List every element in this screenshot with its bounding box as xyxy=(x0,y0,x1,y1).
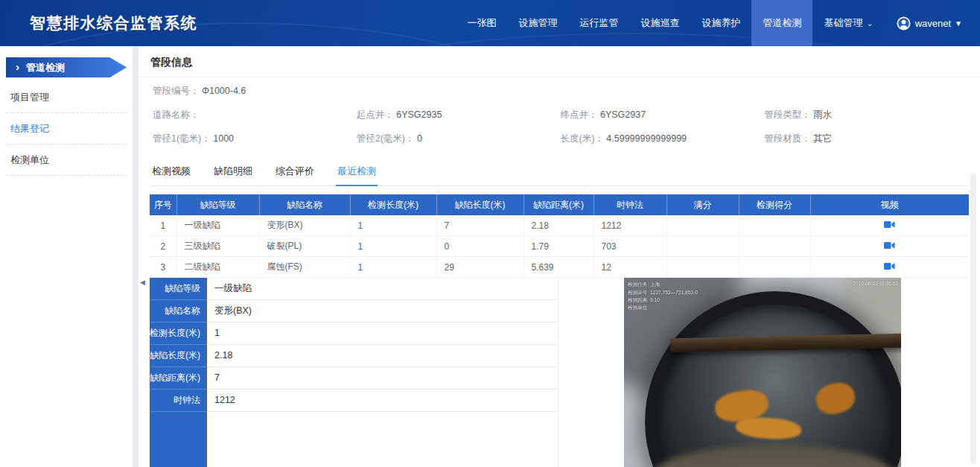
table-row[interactable]: 2 三级缺陷 破裂(PL) 1 0 1.79 703 xyxy=(150,236,969,257)
field-end-well: 终点井： 6YSG2937 xyxy=(561,109,765,121)
detail-label: 缺陷等级 xyxy=(150,278,207,300)
video-camera-icon[interactable] xyxy=(884,241,895,252)
detail-value: 变形(BX) xyxy=(207,300,558,323)
col-full-score: 满分 xyxy=(666,194,739,215)
main-content: 管段信息 管段编号： Φ1000-4.6 道路名称： 起点井： xyxy=(139,46,980,467)
inspection-photo: 检测任务 上海检测井号 1227,752—721,852-0检测距离 9.10检… xyxy=(624,278,901,467)
col-defect-distance: 缺陷距离(米) xyxy=(524,194,594,215)
defect-detail-panel: ◀ 缺陷等级 缺陷名称 检测长度(米) 缺陷长度(米) 缺陷距离(米) 时钟法 … xyxy=(150,278,980,467)
detail-label: 缺陷长度(米) xyxy=(150,345,207,367)
tab-comprehensive-eval[interactable]: 综合评价 xyxy=(274,159,316,185)
detail-value: 一级缺陷 xyxy=(207,278,558,300)
collapse-left-icon[interactable]: ◀ xyxy=(140,279,145,286)
chevron-down-icon: ⌄ xyxy=(866,19,873,28)
field-diameter2: 管径2(毫米)： 0 xyxy=(357,133,561,145)
col-defect-level: 缺陷等级 xyxy=(176,194,259,215)
col-inspect-length: 检测长度(米) xyxy=(350,194,436,215)
detail-value: 1 xyxy=(207,323,558,345)
detail-value: 1212 xyxy=(207,390,558,412)
sidebar-group-pipeline-inspection[interactable]: › 管道检测 xyxy=(6,57,127,77)
user-avatar-icon xyxy=(897,16,911,31)
nav-item-operation-supervision[interactable]: 运行监管 xyxy=(568,0,629,46)
col-clock-method: 时钟法 xyxy=(594,194,666,215)
tab-defect-detail[interactable]: 缺陷明细 xyxy=(212,159,254,185)
app-header: 智慧排水综合监管系统 一张图 设施管理 运行监管 设施巡查 设施养护 管道检测 … xyxy=(0,0,980,46)
field-start-well: 起点井： 6YSG2935 xyxy=(357,109,561,121)
field-diameter1: 管径1(毫米)： 1000 xyxy=(153,133,357,145)
detail-label: 检测长度(米) xyxy=(150,323,207,345)
detail-label: 时钟法 xyxy=(150,390,207,412)
app-title: 智慧排水综合监管系统 xyxy=(30,13,197,34)
nav-item-basic-mgmt-label: 基础管理 xyxy=(824,16,862,30)
table-row[interactable]: 1 一级缺陷 变形(BX) 1 7 2.18 1212 xyxy=(150,215,969,236)
sidebar-item-project-mgmt[interactable]: 项目管理 xyxy=(6,82,127,113)
table-row[interactable]: 3 二级缺陷 腐蚀(FS) 1 29 5.639 12 xyxy=(150,257,969,278)
field-segment-type: 管段类型： 雨水 xyxy=(764,109,968,121)
video-camera-icon[interactable] xyxy=(884,220,895,231)
nav-item-facility-maintenance[interactable]: 设施养护 xyxy=(690,0,751,46)
nav-item-one-map[interactable]: 一张图 xyxy=(456,0,507,46)
pipe-segment-info: 管段编号： Φ1000-4.6 道路名称： 起点井： 6YSG2935 终点井： xyxy=(139,77,980,158)
detail-tabs: 检测视频 缺陷明细 综合评价 最近检测 xyxy=(150,159,968,186)
col-defect-name: 缺陷名称 xyxy=(259,194,350,215)
user-menu[interactable]: wavenet ▼ xyxy=(889,0,970,46)
detail-value: 2.18 xyxy=(207,345,558,367)
chevron-right-icon: › xyxy=(16,60,19,73)
video-camera-icon[interactable] xyxy=(884,262,895,273)
sidebar-item-inspection-unit[interactable]: 检测单位 xyxy=(6,144,127,176)
col-index: 序号 xyxy=(150,194,176,215)
nav-item-basic-mgmt[interactable]: 基础管理 ⌄ xyxy=(812,0,884,46)
page-title: 管段信息 xyxy=(139,46,980,77)
sidebar-item-result-register[interactable]: 结果登记 xyxy=(6,113,127,144)
col-defect-length: 缺陷长度(米) xyxy=(436,194,524,215)
col-inspect-score: 检测得分 xyxy=(739,194,810,215)
sidebar-group-title: 管道检测 xyxy=(26,61,65,74)
detail-label: 缺陷距离(米) xyxy=(150,367,207,390)
nav-item-facility-patrol[interactable]: 设施巡查 xyxy=(629,0,690,46)
detail-value-column: 一级缺陷 变形(BX) 1 2.18 7 1212 xyxy=(207,278,559,467)
photo-timestamp: 2019-08-02 11:36:52 xyxy=(853,281,898,286)
field-length: 长度(米)： 4.59999999999999 xyxy=(561,133,765,145)
top-nav: 一张图 设施管理 运行监管 设施巡查 设施养护 管道检测 基础管理 ⌄ wave… xyxy=(456,0,970,46)
field-road-name: 道路名称： xyxy=(153,109,357,121)
defect-table: 序号 缺陷等级 缺陷名称 检测长度(米) 缺陷长度(米) 缺陷距离(米) 时钟法… xyxy=(150,194,969,278)
user-caret-down-icon: ▼ xyxy=(955,19,962,28)
tab-inspection-video[interactable]: 检测视频 xyxy=(150,159,192,185)
photo-overlay-text: 检测任务 上海检测井号 1227,752—721,852-0检测距离 9.10检… xyxy=(628,281,698,311)
nav-item-facility-mgmt[interactable]: 设施管理 xyxy=(507,0,568,46)
tab-recent-inspection[interactable]: 最近检测 xyxy=(336,159,378,186)
defect-table-header-row: 序号 缺陷等级 缺陷名称 检测长度(米) 缺陷长度(米) 缺陷距离(米) 时钟法… xyxy=(150,194,969,215)
field-segment-code: 管段编号： Φ1000-4.6 xyxy=(153,85,365,98)
field-material: 管段材质： 其它 xyxy=(764,133,968,145)
detail-value: 7 xyxy=(207,367,558,390)
sidebar: › 管道检测 项目管理 结果登记 检测单位 xyxy=(0,46,133,467)
nav-item-pipeline-inspection[interactable]: 管道检测 xyxy=(751,0,812,46)
user-name: wavenet xyxy=(915,18,951,29)
app-window: 智慧排水综合监管系统 一张图 设施管理 运行监管 设施巡查 设施养护 管道检测 … xyxy=(0,0,980,467)
detail-label: 缺陷名称 xyxy=(150,300,207,323)
col-video: 视频 xyxy=(810,194,969,215)
detail-label-column: 缺陷等级 缺陷名称 检测长度(米) 缺陷长度(米) 缺陷距离(米) 时钟法 xyxy=(150,278,207,467)
vertical-scrollbar[interactable] xyxy=(970,174,976,464)
